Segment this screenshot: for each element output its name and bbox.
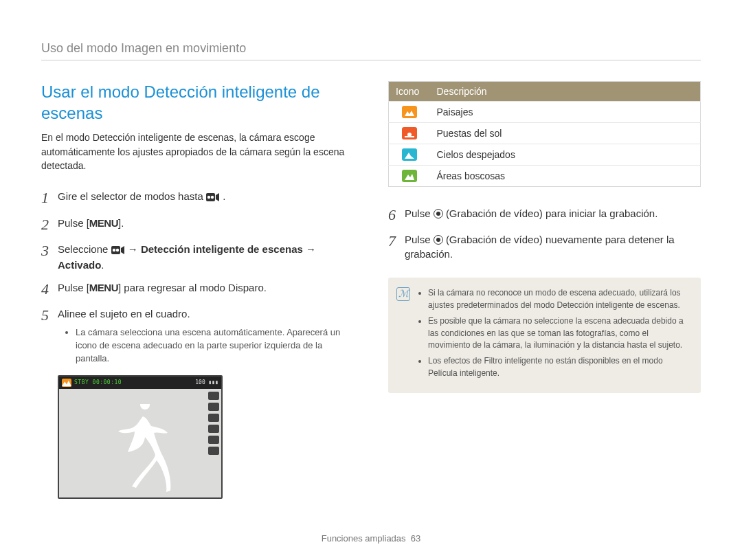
step-number: 5 (41, 306, 58, 324)
record-button-icon (434, 209, 443, 219)
step-number: 3 (41, 242, 58, 260)
svg-point-2 (211, 196, 214, 199)
table-row: Puestas del sol (389, 123, 701, 144)
step-2-post: ]. (118, 217, 124, 229)
step-3-bold1: Detección inteligente de escenas (141, 243, 303, 255)
step-3-arrow1: → (128, 243, 141, 255)
row-label: Cielos despejados (430, 144, 701, 166)
note-item: Si la cámara no reconoce un modo de esce… (428, 287, 691, 311)
step-4: 4 Pulse [MENU] para regresar al modo Dis… (41, 280, 354, 298)
scene-icon-indicator (62, 379, 71, 387)
step-3-bold2: Activado (58, 259, 101, 271)
step-number: 4 (41, 280, 58, 298)
footer-page: 63 (411, 533, 420, 544)
divider (41, 60, 701, 60)
step-3-arrow2: → (303, 243, 316, 255)
note-item: Es posible que la cámara no seleccione l… (428, 315, 691, 351)
scene-icon-table: Icono Descripción Paisajes Puestas del s… (388, 81, 701, 187)
step-number: 6 (388, 206, 405, 224)
note-item: Los efectos de Filtro inteligente no est… (428, 355, 691, 379)
step-6: 6 Pulse (Grabación de vídeo) para inicia… (388, 206, 701, 224)
section-header: Uso del modo Imagen en movimiento (41, 41, 701, 56)
right-column: Icono Descripción Paisajes Puestas del s… (388, 81, 701, 499)
row-label: Áreas boscosas (430, 166, 701, 187)
step-number: 7 (388, 232, 405, 250)
footer-label: Funciones ampliadas (322, 533, 406, 544)
step-3-post: . (101, 259, 104, 271)
table-row: Cielos despejados (389, 144, 701, 166)
step-number: 2 (41, 216, 58, 234)
th-icon: Icono (389, 82, 430, 102)
sunset-icon (402, 127, 417, 139)
camera-preview-mock: STBY 00:00:10 100 ▮▮▮ (58, 375, 223, 499)
movie-mode-icon (206, 190, 220, 205)
menu-button-label: MENU (89, 216, 118, 230)
step-number: 1 (41, 189, 58, 207)
forest-icon (402, 170, 417, 182)
step-7: 7 Pulse (Grabación de vídeo) nuevamente … (388, 232, 701, 261)
intro-text: En el modo Detección inteligente de esce… (41, 131, 354, 172)
step-5-bullet: La cámara selecciona una escena automáti… (76, 326, 354, 366)
step-1-text: Gire el selector de modos hasta (58, 190, 206, 202)
note-box: ℳ Si la cámara no reconoce un modo de es… (388, 278, 701, 393)
landscape-icon (402, 106, 417, 118)
sky-icon (402, 148, 417, 161)
step-5: 5 Alinee el sujeto en el cuadro. La cáma… (41, 306, 354, 367)
step-2: 2 Pulse [MENU]. (41, 216, 354, 234)
step-3: 3 Seleccione → Detección inteligente de … (41, 242, 354, 272)
step-3-pre: Seleccione (58, 243, 111, 255)
movie-settings-icon (111, 243, 125, 258)
step-1: 1 Gire el selector de modos hasta . (41, 189, 354, 207)
step-6-pre: Pulse (405, 208, 434, 219)
menu-button-label: MENU (89, 280, 118, 295)
record-button-icon (434, 235, 443, 245)
table-row: Paisajes (389, 102, 701, 123)
row-label: Paisajes (430, 102, 701, 123)
stby-timer: STBY 00:00:10 (74, 379, 122, 385)
battery-counter: 100 ▮▮▮ (195, 379, 218, 385)
page-footer: Funciones ampliadas 63 (0, 533, 742, 544)
step-7-post: (Grabación de vídeo) nuevamente para det… (405, 234, 675, 260)
step-5-text: Alinee el sujeto en el cuadro. (58, 308, 190, 320)
dancer-silhouette (107, 404, 176, 493)
svg-point-4 (112, 249, 115, 251)
page-title: Usar el modo Detección inteligente de es… (41, 81, 354, 124)
step-2-pre: Pulse [ (58, 217, 89, 229)
svg-rect-7 (405, 136, 414, 137)
step-4-post: ] para regresar al modo Disparo. (118, 282, 267, 293)
camera-top-bar: STBY 00:00:10 100 ▮▮▮ (59, 377, 221, 389)
camera-side-icons (208, 392, 219, 455)
step-4-pre: Pulse [ (58, 282, 89, 293)
step-1-post: . (223, 190, 225, 202)
row-label: Puestas del sol (430, 123, 701, 144)
table-row: Áreas boscosas (389, 166, 701, 187)
content-columns: Usar el modo Detección inteligente de es… (41, 81, 701, 499)
step-7-pre: Pulse (405, 234, 434, 245)
left-column: Usar el modo Detección inteligente de es… (41, 81, 354, 499)
step-6-post: (Grabación de vídeo) para iniciar la gra… (446, 208, 658, 219)
svg-point-5 (115, 249, 118, 251)
svg-point-1 (207, 196, 210, 199)
th-desc: Descripción (430, 82, 701, 102)
info-icon: ℳ (396, 287, 410, 301)
